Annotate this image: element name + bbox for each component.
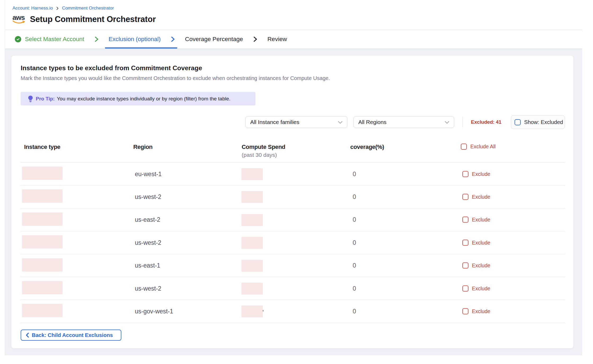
table-row: us-west-2 0 Exclude xyxy=(20,231,565,254)
exclude-checkbox[interactable] xyxy=(462,239,468,246)
region-cell: us-west-2 xyxy=(135,239,161,246)
redacted-instance-type xyxy=(22,304,63,317)
page-body: Instance types to be excluded from Commi… xyxy=(5,48,582,355)
breadcrumb-chevron-icon xyxy=(56,7,59,10)
exclude-control[interactable]: Exclude xyxy=(462,285,490,291)
exclude-checkbox[interactable] xyxy=(462,308,468,314)
breadcrumb: Account: Harness.io Commitment Orchestra… xyxy=(12,6,114,11)
redaction-artifact xyxy=(263,310,263,312)
redacted-compute-spend xyxy=(241,283,263,295)
breadcrumb-account-link[interactable]: Account: Harness.io xyxy=(12,6,53,11)
exclude-checkbox[interactable] xyxy=(462,171,468,177)
coverage-cell: 0 xyxy=(353,285,356,292)
table-row: us-east-2 0 Exclude xyxy=(20,208,565,231)
instance-families-select[interactable]: All Instance families xyxy=(245,116,347,128)
coverage-cell: 0 xyxy=(353,239,356,246)
exclude-checkbox[interactable] xyxy=(462,194,468,200)
column-header-compute-spend: Compute Spend xyxy=(242,144,285,150)
exclude-all-checkbox[interactable] xyxy=(461,144,467,150)
lightbulb-icon xyxy=(28,95,33,102)
page-title: Setup Commitment Orchestrator xyxy=(30,15,156,24)
redacted-instance-type xyxy=(22,281,63,294)
table-row: us-west-2 0 Exclude xyxy=(20,185,565,208)
step-complete-check-icon xyxy=(15,36,21,42)
section-heading: Instance types to be excluded from Commi… xyxy=(21,64,202,72)
stepper-chevron-icon xyxy=(170,36,175,42)
excluded-count: Excluded: 41 xyxy=(471,119,501,125)
redacted-compute-spend xyxy=(241,168,263,180)
exclude-control[interactable]: Exclude xyxy=(462,194,490,200)
column-header-instance-type: Instance type xyxy=(24,144,60,150)
exclude-control[interactable]: Exclude xyxy=(462,171,490,177)
region-cell: us-east-1 xyxy=(135,262,160,269)
step-coverage-percentage[interactable]: Coverage Percentage xyxy=(185,30,267,48)
pro-tip-banner: Pro Tip: You may exclude instance types … xyxy=(21,92,255,105)
table-body: eu-west-1 0 Exclude us-west-2 xyxy=(20,162,565,323)
step-select-master-account[interactable]: Select Master Account xyxy=(15,30,109,48)
exclude-control[interactable]: Exclude xyxy=(462,217,490,223)
redacted-compute-spend xyxy=(241,191,263,203)
step-review[interactable]: Review xyxy=(267,30,287,48)
table-row: us-east-1 0 Exclude xyxy=(20,254,565,277)
exclude-control[interactable]: Exclude xyxy=(462,239,490,246)
region-cell: us-gov-west-1 xyxy=(135,308,173,315)
column-header-region: Region xyxy=(133,144,153,150)
filter-divider xyxy=(462,117,463,127)
region-cell: us-east-2 xyxy=(135,216,160,223)
coverage-cell: 0 xyxy=(353,308,356,315)
coverage-cell: 0 xyxy=(353,170,356,177)
breadcrumb-page-link[interactable]: Commitment Orchestrator xyxy=(62,6,114,11)
show-excluded-toggle[interactable]: Show: Excluded xyxy=(511,115,565,129)
redacted-instance-type xyxy=(22,212,63,226)
back-button[interactable]: Back: Child Account Exclusions xyxy=(21,330,121,341)
redacted-instance-type xyxy=(22,258,63,272)
redacted-compute-spend xyxy=(241,214,263,226)
redacted-compute-spend xyxy=(241,260,263,272)
regions-select[interactable]: All Regions xyxy=(353,116,454,128)
exclude-checkbox[interactable] xyxy=(462,217,468,223)
table-row: eu-west-1 0 Exclude xyxy=(20,162,565,185)
chevron-left-icon xyxy=(25,332,29,338)
region-cell: eu-west-1 xyxy=(135,170,162,177)
section-subheading: Mark the Instance types you would like t… xyxy=(21,75,330,81)
table-header: Instance type Region Compute Spend (past… xyxy=(20,141,565,162)
exclude-checkbox[interactable] xyxy=(462,263,468,269)
redacted-instance-type xyxy=(22,167,63,180)
coverage-cell: 0 xyxy=(353,262,356,269)
stepper-chevron-icon xyxy=(253,36,258,42)
coverage-cell: 0 xyxy=(353,216,356,223)
column-header-coverage: coverage(%) xyxy=(350,144,384,150)
exclusion-card: Instance types to be excluded from Commi… xyxy=(11,56,573,348)
table-row: us-west-2 0 Exclude xyxy=(20,277,565,300)
region-cell: us-west-2 xyxy=(135,285,161,292)
redacted-instance-type xyxy=(22,189,63,203)
step-exclusion[interactable]: Exclusion (optional) xyxy=(109,30,185,48)
pro-tip-text: You may exclude instance types individua… xyxy=(57,96,230,102)
chevron-down-icon xyxy=(338,119,343,125)
wizard-stepper: Select Master Account Exclusion (optiona… xyxy=(5,30,582,48)
app-content: Account: Harness.io Commitment Orchestra… xyxy=(5,0,582,355)
aws-logo: aws xyxy=(12,14,25,25)
region-cell: us-west-2 xyxy=(135,193,161,201)
exclude-all-control[interactable]: Exclude All xyxy=(461,144,495,150)
chevron-down-icon xyxy=(445,119,449,125)
exclude-control[interactable]: Exclude xyxy=(462,308,490,314)
table-row: us-gov-west-1 0 Exclude xyxy=(20,300,565,322)
column-header-compute-spend-sub: (past 30 days) xyxy=(242,152,277,158)
redacted-compute-spend xyxy=(241,305,263,317)
pro-tip-label: Pro Tip: xyxy=(36,96,55,102)
redacted-compute-spend xyxy=(241,237,263,249)
exclude-checkbox[interactable] xyxy=(462,285,468,291)
exclude-control[interactable]: Exclude xyxy=(462,263,490,269)
coverage-cell: 0 xyxy=(353,193,356,201)
stepper-chevron-icon xyxy=(94,36,99,42)
show-excluded-checkbox[interactable] xyxy=(515,119,521,125)
page-header: Account: Harness.io Commitment Orchestra… xyxy=(5,0,582,30)
redacted-instance-type xyxy=(22,235,63,248)
